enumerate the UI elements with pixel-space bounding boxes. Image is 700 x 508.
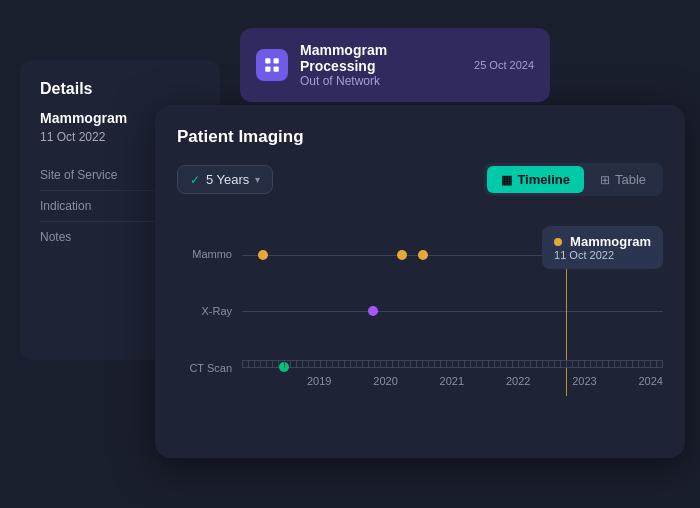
tab-table-label: Table bbox=[615, 172, 646, 187]
svg-rect-2 bbox=[265, 67, 270, 72]
tooltip-date: 11 Oct 2022 bbox=[554, 249, 651, 261]
years-button[interactable]: ✓ 5 Years ▾ bbox=[177, 165, 273, 194]
y-label-mammo: Mammo bbox=[177, 248, 242, 260]
mammo-dot-1 bbox=[258, 250, 268, 260]
tab-table[interactable]: ⊞ Table bbox=[586, 166, 660, 193]
table-icon: ⊞ bbox=[600, 173, 610, 187]
mammo-dot-2 bbox=[397, 250, 407, 260]
tooltip-dot-icon bbox=[554, 238, 562, 246]
timeline-icon: ▦ bbox=[501, 173, 512, 187]
chart-area: Mammo X-Ray CT Scan bbox=[177, 216, 663, 436]
x-label-2019: 2019 bbox=[307, 375, 331, 387]
chart-plot: Mammogram 11 Oct 2022 2019 2020 2021 202… bbox=[242, 226, 663, 396]
y-labels: Mammo X-Ray CT Scan bbox=[177, 226, 242, 396]
xray-dot-1 bbox=[368, 306, 378, 316]
y-label-xray: X-Ray bbox=[177, 305, 242, 317]
svg-rect-1 bbox=[274, 58, 279, 63]
notification-card: Mammogram Processing Out of Network 25 O… bbox=[240, 28, 550, 102]
mammo-dot-3 bbox=[418, 250, 428, 260]
tooltip-title: Mammogram bbox=[570, 234, 651, 249]
notification-subtitle: Out of Network bbox=[300, 74, 462, 88]
svg-rect-3 bbox=[274, 67, 279, 72]
x-labels: 2019 2020 2021 2022 2023 2024 bbox=[307, 366, 663, 396]
controls-row: ✓ 5 Years ▾ ▦ Timeline ⊞ Table bbox=[177, 163, 663, 196]
tab-group: ▦ Timeline ⊞ Table bbox=[484, 163, 663, 196]
svg-rect-0 bbox=[265, 58, 270, 63]
notification-title: Mammogram Processing bbox=[300, 42, 462, 74]
years-label: 5 Years bbox=[206, 172, 249, 187]
tooltip-box: Mammogram 11 Oct 2022 bbox=[542, 226, 663, 269]
x-label-2024: 2024 bbox=[638, 375, 662, 387]
tab-timeline-label: Timeline bbox=[517, 172, 570, 187]
notification-date: 25 Oct 2024 bbox=[474, 59, 534, 71]
x-label-2022: 2022 bbox=[506, 375, 530, 387]
x-label-2021: 2021 bbox=[440, 375, 464, 387]
xray-track bbox=[242, 311, 663, 312]
notification-icon bbox=[256, 49, 288, 81]
check-icon: ✓ bbox=[190, 173, 200, 187]
details-title: Details bbox=[40, 80, 200, 98]
imaging-title: Patient Imaging bbox=[177, 127, 663, 147]
notification-content: Mammogram Processing Out of Network bbox=[300, 42, 462, 88]
imaging-card: Patient Imaging ✓ 5 Years ▾ ▦ Timeline ⊞… bbox=[155, 105, 685, 458]
x-label-2020: 2020 bbox=[373, 375, 397, 387]
tab-timeline[interactable]: ▦ Timeline bbox=[487, 166, 584, 193]
y-label-ctscan: CT Scan bbox=[177, 362, 242, 374]
chevron-down-icon: ▾ bbox=[255, 174, 260, 185]
x-label-2023: 2023 bbox=[572, 375, 596, 387]
